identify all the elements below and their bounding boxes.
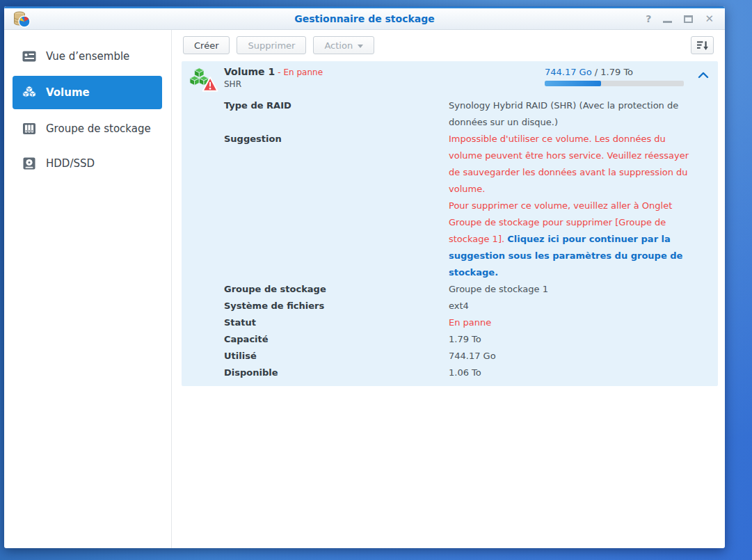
suggestion-action-text: Pour supprimer ce volume, veuillez aller… <box>449 198 689 281</box>
create-button-label: Créer <box>194 40 218 51</box>
detail-label: Système de fichiers <box>224 298 449 314</box>
toolbar: Créer Supprimer Action <box>172 30 725 61</box>
window-controls: ? ✕ <box>646 14 714 24</box>
storage-manager-window: Gestionnaire de stockage ? ✕ <box>4 6 725 548</box>
volume-name: Volume 1 <box>224 66 275 77</box>
volume-cubes-icon <box>22 85 37 100</box>
detail-row-suggestion: Suggestion Impossible d'utiliser ce volu… <box>224 131 718 281</box>
detail-value: Impossible d'utiliser ce volume. Les don… <box>449 131 689 281</box>
volume-raid-type: SHR <box>224 79 323 90</box>
sidebar-item-label: Volume <box>46 86 90 99</box>
chevron-down-icon <box>358 45 363 48</box>
chevron-up-icon[interactable] <box>698 72 709 79</box>
hdd-icon <box>22 156 37 171</box>
sidebar-item-label: HDD/SSD <box>46 157 95 170</box>
window-title: Gestionnaire de stockage <box>4 13 725 24</box>
volume-status-badge: - En panne <box>278 67 323 77</box>
detail-label: Disponible <box>224 365 449 381</box>
usage-bar-fill <box>545 81 601 86</box>
collapse-list-icon <box>696 40 708 51</box>
detail-row-filesystem: Système de fichiers ext4 <box>224 298 718 314</box>
content-area: Créer Supprimer Action <box>172 30 725 548</box>
storage-pool-icon <box>22 121 37 136</box>
detail-value: 744.17 Go <box>449 348 689 365</box>
suggestion-error-text: Impossible d'utiliser ce volume. Les don… <box>449 131 689 198</box>
sidebar-item-storage-pool[interactable]: Groupe de stockage <box>13 113 162 144</box>
action-button-label: Action <box>324 40 353 51</box>
delete-button-label: Supprimer <box>248 40 295 51</box>
storage-manager-app-icon <box>13 10 31 28</box>
detail-label: Capacité <box>224 331 449 348</box>
window-body: Vue d’ensemble <box>4 30 725 548</box>
detail-value: Synology Hybrid RAID (SHR) (Avec la prot… <box>449 97 689 131</box>
volume-warning-icon <box>189 65 218 94</box>
overview-icon <box>22 49 37 64</box>
titlebar[interactable]: Gestionnaire de stockage ? ✕ <box>4 8 725 30</box>
usage-text: 744.17 Go / 1.79 To <box>545 66 684 78</box>
help-icon[interactable]: ? <box>646 14 651 24</box>
detail-row-used: Utilisé 744.17 Go <box>224 348 718 365</box>
sidebar-item-overview[interactable]: Vue d’ensemble <box>13 41 162 72</box>
usage-bar <box>545 81 684 86</box>
minimize-icon[interactable] <box>663 21 672 23</box>
detail-row-storage-pool: Groupe de stockage Groupe de stockage 1 <box>224 281 718 298</box>
detail-row-available: Disponible 1.06 To <box>224 365 718 381</box>
detail-label: Utilisé <box>224 348 449 365</box>
delete-button[interactable]: Supprimer <box>237 36 306 54</box>
action-dropdown-button[interactable]: Action <box>313 36 374 54</box>
sidebar-item-volume[interactable]: Volume <box>13 76 162 109</box>
sidebar: Vue d’ensemble <box>4 30 172 548</box>
detail-label: Statut <box>224 314 449 331</box>
detail-label: Suggestion <box>224 131 449 281</box>
usage-block: 744.17 Go / 1.79 To <box>545 66 684 86</box>
collapse-list-button[interactable] <box>691 36 714 54</box>
detail-row-status: Statut En panne <box>224 314 718 331</box>
usage-used-value: 744.17 Go <box>545 67 592 77</box>
detail-value: ext4 <box>449 298 689 314</box>
detail-row-raid-type: Type de RAID Synology Hybrid RAID (SHR) … <box>224 97 718 131</box>
usage-separator: / <box>592 67 601 77</box>
detail-row-capacity: Capacité 1.79 To <box>224 331 718 348</box>
detail-value: 1.06 To <box>449 365 689 381</box>
create-button[interactable]: Créer <box>183 36 230 54</box>
sidebar-item-label: Groupe de stockage <box>46 122 151 135</box>
detail-value: 1.79 To <box>449 331 689 348</box>
detail-label: Type de RAID <box>224 97 449 131</box>
detail-value-status: En panne <box>449 314 689 331</box>
volume-title-block: Volume 1 - En panne SHR <box>224 65 323 90</box>
sidebar-item-hdd-ssd[interactable]: HDD/SSD <box>13 148 162 179</box>
volume-panel-header: Volume 1 - En panne SHR 744.17 Go / 1.79… <box>182 61 718 97</box>
desktop-wallpaper: Gestionnaire de stockage ? ✕ <box>0 0 752 560</box>
sidebar-item-label: Vue d’ensemble <box>46 50 129 63</box>
detail-value: Groupe de stockage 1 <box>449 281 689 298</box>
volume-details: Type de RAID Synology Hybrid RAID (SHR) … <box>182 97 718 381</box>
volume-panel: Volume 1 - En panne SHR 744.17 Go / 1.79… <box>182 61 718 386</box>
close-icon[interactable]: ✕ <box>705 14 714 24</box>
detail-label: Groupe de stockage <box>224 281 449 298</box>
usage-total-value: 1.79 To <box>600 67 633 77</box>
maximize-icon[interactable] <box>684 15 693 23</box>
